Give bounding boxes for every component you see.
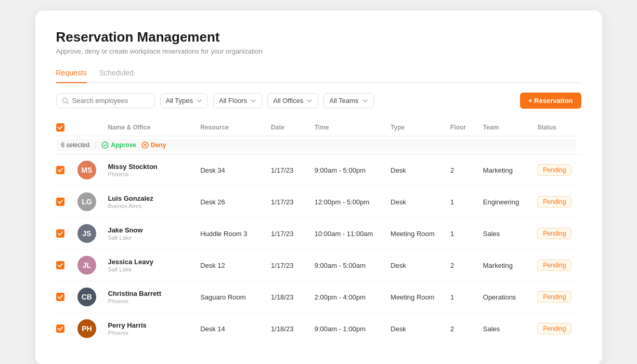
row-checkbox[interactable] <box>56 324 64 333</box>
team-cell: Operations <box>478 281 532 313</box>
col-header-resource: Resource <box>195 119 266 136</box>
reservations-table: Name & Office Resource Date Time Type Fl… <box>56 119 581 344</box>
x-circle-icon <box>141 141 149 149</box>
search-input[interactable] <box>72 97 149 105</box>
check-circle-icon <box>101 141 109 149</box>
col-header-type: Type <box>385 119 445 136</box>
person-name: Perry Harris <box>108 321 190 329</box>
resource-cell: Desk 14 <box>195 313 266 345</box>
chevron-down-icon <box>250 98 256 104</box>
selection-count: 6 selected <box>61 141 90 149</box>
team-cell: Marketing <box>478 250 532 281</box>
filter-teams[interactable]: All Teams <box>323 93 373 108</box>
person-name: Luis Gonzalez <box>108 194 190 202</box>
table-row: JS Jake Snow Salt Lake Huddle Room 3 1/1… <box>56 218 581 250</box>
person-office: Phoenix <box>108 330 190 336</box>
avatar: JL <box>77 256 96 275</box>
person-office: Salt Lake <box>108 266 190 272</box>
floor-cell: 1 <box>445 281 478 313</box>
row-checkbox[interactable] <box>56 198 64 206</box>
floor-cell: 1 <box>445 186 478 218</box>
time-cell: 2:00pm - 4:00pm <box>309 281 385 313</box>
date-cell: 1/17/23 <box>266 218 309 250</box>
col-header-time: Time <box>309 119 385 136</box>
row-checkbox[interactable] <box>56 166 64 174</box>
col-header-date: Date <box>266 119 309 136</box>
filter-types[interactable]: All Types <box>160 93 209 108</box>
person-name: Jake Snow <box>108 226 190 234</box>
avatar: LG <box>77 192 96 211</box>
page-subtitle: Approve, deny or create workplace reserv… <box>56 47 581 55</box>
chevron-down-icon <box>362 98 368 104</box>
approve-button[interactable]: Approve <box>101 141 136 149</box>
deny-button[interactable]: Deny <box>141 141 166 149</box>
tab-scheduled[interactable]: Scheduled <box>99 64 134 83</box>
search-icon <box>62 97 69 105</box>
date-cell: 1/18/23 <box>266 281 309 313</box>
row-checkbox[interactable] <box>56 293 64 301</box>
avatar: PH <box>77 319 96 338</box>
date-cell: 1/17/23 <box>266 250 309 281</box>
team-cell: Marketing <box>478 154 532 186</box>
team-cell: Engineering <box>478 186 532 218</box>
table-row: MS Missy Stockton Phoenix Desk 34 1/17/2… <box>56 154 581 186</box>
avatar: JS <box>77 224 96 243</box>
person-office: Buenos Aires <box>108 203 190 209</box>
date-cell: 1/17/23 <box>266 154 309 186</box>
row-checkbox[interactable] <box>56 261 64 269</box>
toolbar: All Types All Floors All Offices All Tea… <box>56 93 581 109</box>
selection-bar: 6 selected | Approve Deny <box>56 139 576 151</box>
resource-cell: Huddle Room 3 <box>195 218 266 250</box>
type-cell: Desk <box>385 186 445 218</box>
avatar: MS <box>77 161 96 179</box>
status-badge: Pending <box>537 196 571 207</box>
search-box[interactable] <box>56 93 155 108</box>
tab-bar: Requests Scheduled <box>56 64 581 83</box>
table-row: JL Jessica Leavy Salt Lake Desk 12 1/17/… <box>56 250 581 281</box>
floor-cell: 1 <box>445 218 478 250</box>
time-cell: 9:00am - 1:00pm <box>309 313 385 345</box>
col-header-status: Status <box>532 119 581 136</box>
time-cell: 9:00am - 5:00am <box>309 250 385 281</box>
person-office: Phoenix <box>108 171 190 177</box>
status-badge: Pending <box>537 164 571 176</box>
selection-separator: | <box>95 141 96 149</box>
row-checkbox[interactable] <box>56 229 64 238</box>
col-header-name: Name & Office <box>102 119 195 136</box>
col-header-floor: Floor <box>445 119 478 136</box>
floor-cell: 2 <box>445 250 478 281</box>
resource-cell: Desk 12 <box>195 250 266 281</box>
resource-cell: Saguaro Room <box>195 281 266 313</box>
team-cell: Sales <box>478 313 532 345</box>
filter-floors[interactable]: All Floors <box>213 93 262 108</box>
svg-line-1 <box>67 102 69 104</box>
table-row: PH Perry Harris Phoenix Desk 14 1/18/23 … <box>56 313 581 345</box>
time-cell: 9:00am - 5:00pm <box>309 154 385 186</box>
page-title: Reservation Management <box>56 29 581 45</box>
type-cell: Desk <box>385 313 445 345</box>
status-badge: Pending <box>537 259 571 271</box>
status-badge: Pending <box>537 323 571 334</box>
resource-cell: Desk 34 <box>195 154 266 186</box>
select-all-checkbox[interactable] <box>56 123 64 132</box>
person-name: Missy Stockton <box>108 163 190 171</box>
main-card: Reservation Management Approve, deny or … <box>35 10 602 364</box>
person-office: Salt Lake <box>108 235 190 241</box>
chevron-down-icon <box>196 98 202 104</box>
table-row: LG Luis Gonzalez Buenos Aires Desk 26 1/… <box>56 186 581 218</box>
floor-cell: 2 <box>445 313 478 345</box>
type-cell: Meeting Room <box>385 218 445 250</box>
add-reservation-button[interactable]: + Reservation <box>520 93 581 109</box>
type-cell: Meeting Room <box>385 281 445 313</box>
tab-requests[interactable]: Requests <box>56 64 87 83</box>
filter-offices[interactable]: All Offices <box>267 93 318 108</box>
team-cell: Sales <box>478 218 532 250</box>
person-name: Christina Barrett <box>108 290 190 297</box>
col-header-team: Team <box>478 119 532 136</box>
floor-cell: 2 <box>445 154 478 186</box>
date-cell: 1/17/23 <box>266 186 309 218</box>
status-badge: Pending <box>537 228 571 239</box>
type-cell: Desk <box>385 154 445 186</box>
person-office: Phoenix <box>108 298 190 304</box>
date-cell: 1/18/23 <box>266 313 309 345</box>
